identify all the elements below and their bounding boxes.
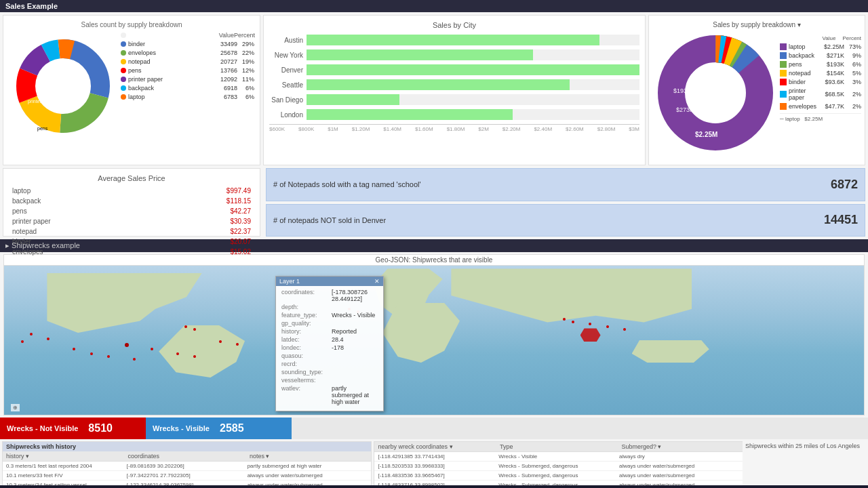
nearby-row-2: [-118.5203533 33.9968333] Wrecks - Subme… xyxy=(374,462,743,471)
wreck-dot xyxy=(107,355,110,358)
popup-londec-row: londec: -178 xyxy=(281,344,378,351)
legend-laptop: laptop 6783 6% xyxy=(121,94,254,100)
notepads-school-stat: # of Notepads sold with a tag named 'sch… xyxy=(266,168,865,201)
history-table-header: history ▾ coordinates notes ▾ xyxy=(3,451,371,462)
notepads-not-denver-stat: # of notepads NOT sold in Denver 14451 xyxy=(266,204,865,237)
legend-printer-paper: printer paper 12092 11% xyxy=(121,76,254,83)
wreck-cluster-large xyxy=(580,328,601,342)
legend-binder: binder 33499 29% xyxy=(121,41,254,47)
sales-supply-breakdown-panel: Sales by supply breakdown ▾ $154K $193 xyxy=(648,15,865,165)
bar-chart-title: Sales by City xyxy=(269,21,639,29)
legend-notepad: notepad 20727 19% xyxy=(121,58,254,65)
wreck-dot xyxy=(606,325,609,328)
donut-chart: laptop backpack binder printer paper pen… xyxy=(9,32,117,140)
avg-row-pens: pens $42.27 xyxy=(9,206,254,216)
avg-row-notepad: notepad $22.37 xyxy=(9,226,254,237)
popup-depth-row: depth: xyxy=(281,304,378,310)
avg-row-laptop: laptop $997.49 xyxy=(9,186,254,196)
popup-close-icon[interactable]: ✕ xyxy=(374,278,380,285)
bottom-tables: Shipwrecks with history history ▾ coordi… xyxy=(0,439,868,485)
wreck-dot xyxy=(193,355,196,358)
bar-row-seattle: Seattle xyxy=(269,79,639,90)
popup-coordinates-row: coordinates: [-178.308726 28.449122] xyxy=(281,289,378,302)
donut-legend: Value Percent binder 33499 29% xyxy=(121,32,254,140)
history-table: Shipwrecks with history history ▾ coordi… xyxy=(2,441,372,485)
nearby-table: nearby wreck coordinates ▾ Type Submerge… xyxy=(374,441,743,485)
legend-envelopes: envelopes 25678 22% xyxy=(121,49,254,56)
popup-vesselterms-row: vesselterms: xyxy=(281,377,378,384)
wreck-dot xyxy=(589,323,591,325)
avg-price-title: Average Sales Price xyxy=(9,174,254,182)
wreck-dot xyxy=(21,340,24,343)
app-title: Sales Example xyxy=(5,2,58,10)
popup-feature-type-row: feature_type: Wrecks - Visible xyxy=(281,312,378,319)
wreck-dot xyxy=(219,340,222,343)
wreck-dot xyxy=(73,348,75,350)
wrecks-not-visible-stat: Wrecks - Not Visible 8510 xyxy=(0,418,146,439)
popup-history-row: history: Reported xyxy=(281,328,378,335)
popup-watlev-row: watlev: partly submerged at high water xyxy=(281,385,378,405)
svg-text:$154K: $154K xyxy=(692,73,709,79)
wreck-dot xyxy=(623,328,626,331)
svg-text:notepad: notepad xyxy=(83,135,100,140)
la-table-label: Shipwrecks within 25 miles of Los Angele… xyxy=(743,441,863,485)
sales-count-donut-panel: Sales count by supply breakdown xyxy=(3,15,260,165)
avg-row-backpack: backpack $118.15 xyxy=(9,196,254,206)
wreck-dot xyxy=(563,318,566,321)
bottom-stats-bar: Wrecks - Not Visible 8510 Wrecks - Visib… xyxy=(0,418,868,439)
sales-by-city-panel: Sales by City Austin New York Denver Sea… xyxy=(263,15,646,165)
nearby-row-4: [-118.4833716 33.8998502] Wrecks - Subme… xyxy=(374,481,743,485)
popup-latdec-row: latdec: 28.4 xyxy=(281,336,378,343)
legend-backpack: backpack 6918 6% xyxy=(121,85,254,92)
svg-text:binder: binder xyxy=(70,81,83,85)
nearby-table-header: nearby wreck coordinates ▾ Type Submerge… xyxy=(374,442,743,452)
svg-text:backpack: backpack xyxy=(36,79,56,84)
app-title-bar: Sales Example xyxy=(0,0,868,12)
avg-price-panel: Average Sales Price laptop $997.49 backp… xyxy=(3,168,260,237)
history-row-3: 10.3 meters/34 feet sailing vessel [-122… xyxy=(3,481,371,485)
nearby-row-1: [-118.4291385 33.7741434] Wrecks - Visib… xyxy=(374,452,743,462)
popup-gp-quality-row: gp_quality: xyxy=(281,320,378,327)
bar-row-austin: Austin xyxy=(269,35,639,45)
bar-row-denver: Denver xyxy=(269,64,639,75)
popup-sounding-type-row: sounding_type: xyxy=(281,369,378,375)
popup-title: Layer 1 ✕ xyxy=(276,277,383,286)
right-donut-title: Sales by supply breakdown ▾ xyxy=(654,21,859,28)
wreck-dot xyxy=(47,338,50,340)
svg-text:$273K: $273K xyxy=(676,106,694,113)
history-row-2: 10.1 meters/33 feet F/V [-97.3422701 27.… xyxy=(3,471,371,481)
nearby-row-3: [-118.4833536 33.9665467] Wrecks - Subme… xyxy=(374,471,743,481)
avg-row-printer-paper: printer paper $30.39 xyxy=(9,216,254,226)
wreck-dot xyxy=(30,333,33,336)
map-section: Geo-JSON: Shipwrecks that are visible xyxy=(0,252,868,418)
svg-text:envelopes: envelopes xyxy=(107,123,117,128)
map-scale: ⊕ xyxy=(11,404,20,411)
map-popup: Layer 1 ✕ coordinates: [-178.308726 28.4… xyxy=(275,276,384,411)
popup-recrd-row: recrd: xyxy=(281,361,378,367)
bar-row-newyork: New York xyxy=(269,49,639,60)
wreck-dot xyxy=(133,358,136,361)
wreck-dot xyxy=(572,321,574,323)
map-container[interactable]: ⊕ Layer 1 ✕ coordinates: [-178.308726 28… xyxy=(4,266,864,415)
bar-row-london: London xyxy=(269,109,639,120)
history-row-1: 0.3 meters/1 feet last reported 2004 [-8… xyxy=(3,462,371,471)
svg-text:printer paper: printer paper xyxy=(28,99,55,104)
wrecks-visible-stat: Wrecks - Visible 2585 xyxy=(146,418,292,439)
wreck-dot xyxy=(176,352,179,355)
legend-pens: pens 13766 12% xyxy=(121,67,254,74)
svg-text:$2.25M: $2.25M xyxy=(695,131,717,138)
svg-text:$193K: $193K xyxy=(673,87,691,94)
popup-quasou-row: quasou: xyxy=(281,352,378,359)
svg-text:laptop: laptop xyxy=(58,69,74,75)
bar-row-sandiego: San Diego xyxy=(269,94,639,105)
history-table-title: Shipwrecks with history xyxy=(3,442,371,451)
wreck-dot xyxy=(90,352,93,355)
bar-chart-axis: $600K$800K$1M$1.20M$1.40M$1.60M$1.80M$2M… xyxy=(269,124,639,132)
svg-text:pens: pens xyxy=(37,126,48,131)
wreck-cluster xyxy=(125,343,129,347)
wreck-dot xyxy=(151,348,153,350)
donut-chart-title: Sales count by supply breakdown xyxy=(9,21,254,28)
